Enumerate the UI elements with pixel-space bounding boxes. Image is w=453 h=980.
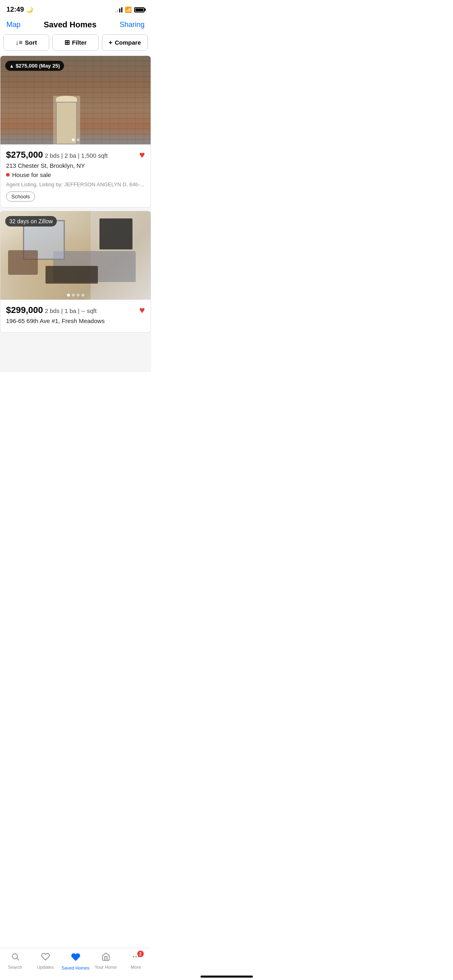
listing-card-1[interactable]: ▲ $275,000 (May 25) $275,000 2 bds | 2 b…	[0, 56, 151, 208]
battery-icon	[134, 7, 145, 12]
filter-icon: ⊞	[64, 39, 70, 46]
listing-type-1: House for sale	[6, 171, 145, 178]
filter-label: Filter	[72, 39, 87, 46]
listing-beds-baths-sqft-2: 2 bds | 1 ba | -- sqft	[45, 307, 97, 314]
price-row-2: $299,000 2 bds | 1 ba | -- sqft ♥	[6, 305, 145, 316]
compare-button[interactable]: + Compare	[102, 34, 148, 51]
listing-address-1: 213 Chester St, Brooklyn, NY	[6, 162, 145, 169]
toolbar: ↓≡ Sort ⊞ Filter + Compare	[0, 34, 151, 56]
dot-2	[77, 138, 79, 141]
listings-container: ▲ $275,000 (May 25) $275,000 2 bds | 2 b…	[0, 56, 151, 372]
listing-info-1: $275,000 2 bds | 2 ba | 1,500 sqft ♥ 213…	[0, 144, 151, 207]
listing-price-1: $275,000	[6, 150, 43, 160]
price-badge-text: $275,000 (May 25)	[16, 63, 60, 69]
up-arrow-icon: ▲	[9, 63, 14, 69]
status-time: 12:49	[6, 6, 24, 14]
wifi-icon: 📶	[125, 6, 132, 13]
compare-label: Compare	[115, 39, 141, 46]
filter-button[interactable]: ⊞ Filter	[52, 34, 98, 51]
page-title: Saved Homes	[43, 20, 96, 29]
image-dots-1	[72, 138, 79, 141]
sort-button[interactable]: ↓≡ Sort	[3, 34, 49, 51]
signal-icon	[115, 7, 122, 12]
sort-icon: ↓≡	[15, 39, 22, 46]
page-header: Map Saved Homes Sharing	[0, 17, 151, 34]
sharing-button[interactable]: Sharing	[120, 21, 145, 29]
dot-4	[81, 294, 84, 296]
listing-image-2: 32 days on Zillow	[0, 211, 151, 300]
type-dot-icon-1	[6, 173, 10, 177]
days-on-zillow-badge: 32 days on Zillow	[5, 216, 57, 226]
listing-beds-baths-sqft-1: 2 bds | 2 ba | 1,500 sqft	[45, 152, 108, 159]
schools-badge-1[interactable]: Schools	[6, 191, 35, 202]
price-details-2: $299,000 2 bds | 1 ba | -- sqft	[6, 305, 97, 315]
moon-icon: 🌙	[26, 6, 33, 13]
status-icons: 📶	[115, 6, 145, 13]
compare-icon: +	[109, 39, 112, 46]
listing-image-1: ▲ $275,000 (May 25)	[0, 56, 151, 144]
dot-3	[77, 294, 79, 296]
price-change-badge: ▲ $275,000 (May 25)	[5, 61, 64, 71]
listing-agent-1: Agent Listing, Listing by: JEFFERSON ANG…	[6, 181, 145, 187]
favorite-icon-1[interactable]: ♥	[139, 149, 145, 161]
image-dots-2	[67, 294, 84, 296]
status-bar: 12:49 🌙 📶	[0, 0, 151, 17]
price-row-1: $275,000 2 bds | 2 ba | 1,500 sqft ♥	[6, 149, 145, 161]
sort-label: Sort	[25, 39, 37, 46]
type-label-1: House for sale	[12, 171, 51, 178]
listing-address-2: 196-65 69th Ave #1, Fresh Meadows	[6, 317, 145, 324]
dot-1	[72, 138, 74, 141]
dot-2	[72, 294, 74, 296]
listing-info-2: $299,000 2 bds | 1 ba | -- sqft ♥ 196-65…	[0, 300, 151, 332]
favorite-icon-2[interactable]: ♥	[139, 305, 145, 316]
listing-price-2: $299,000	[6, 305, 43, 315]
listing-card-2[interactable]: 32 days on Zillow $299,000 2 bds | 1 ba …	[0, 211, 151, 333]
price-details-1: $275,000 2 bds | 2 ba | 1,500 sqft	[6, 150, 108, 160]
map-button[interactable]: Map	[6, 21, 21, 29]
dot-1	[67, 294, 70, 296]
